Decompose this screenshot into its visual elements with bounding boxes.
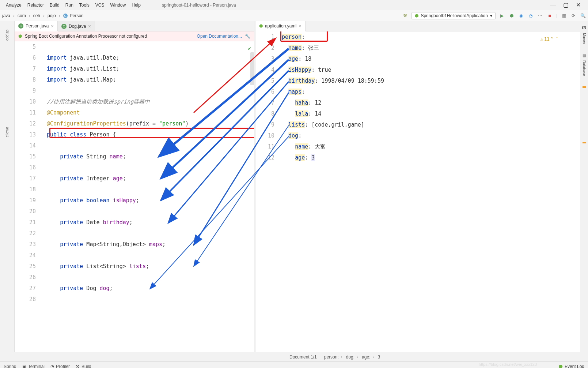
close-icon[interactable]: × [88,23,91,29]
tab-yaml[interactable]: ⬢ application.yaml × [255,21,306,31]
menu-bar: Analyze Refactor Build Run Tools VCS Win… [0,0,588,10]
profiler-tool[interactable]: ◔Profiler [50,364,70,368]
navigation-bar: java com ceh pojo C Person ⚒ ⬢ Springboo… [0,10,588,21]
debug-icon[interactable]: ⬢ [509,13,515,19]
status-dot-icon [559,365,562,368]
config-banner: ⬢ Spring Boot Configuration Annotation P… [15,31,254,41]
menu-run[interactable]: Run [62,1,76,9]
breadcrumb-class[interactable]: Person [70,13,84,18]
tab-dog[interactable]: C Dog.java × [58,21,95,31]
terminal-icon: ▣ [22,364,26,368]
tab-label: Person.java [26,23,49,29]
crumb[interactable]: dog: [346,354,360,360]
terminal-tool[interactable]: ▣Terminal [22,364,45,368]
crumb[interactable]: 3 [378,354,380,360]
event-log-label: Event Log [565,364,584,368]
profiler-icon: ◔ [50,364,54,368]
profile-icon[interactable]: ◔ [528,13,534,19]
menu-vcs[interactable]: VCS [92,1,107,9]
breadcrumb-part[interactable]: pojo [48,13,56,18]
java-code-area[interactable]: ✔ 56789101112131415161718192021222324252… [15,41,254,352]
status-breadcrumb: Document 1/1 person: dog: age: 3 [0,352,588,361]
chevron-down-icon: ▾ [490,13,492,18]
menu-tools[interactable]: Tools [76,1,92,9]
run-config-selector[interactable]: ⬢ Springboot01HellowordApplication ▾ [411,12,495,19]
left-tool-strip: — ode\sp ellowo [0,21,15,352]
right-tool-strip: m Maven ▤ Database [580,21,588,352]
open-docs-link[interactable]: Open Documentation... [197,34,242,39]
menu-window[interactable]: Window [107,1,129,9]
class-file-icon: C [18,23,23,29]
right-editor: ⬢ application.yaml × ⚠ 11 ^ ˅ 1234567891… [255,21,580,352]
window-controls: — ▢ ✕ [550,1,585,8]
tabs-right: ⬢ application.yaml × [255,21,580,31]
spring-icon: ⬢ [18,34,22,39]
class-icon: C [63,14,68,18]
tab-label: application.yaml [265,23,296,29]
tabs-left: C Person.java × C Dog.java × [15,21,254,31]
crumb[interactable]: age: [362,354,376,360]
git-icon[interactable]: ▦ [561,13,567,19]
yaml-code-area[interactable]: ⚠ 11 ^ ˅ 123456789101112 person: name: 张… [255,31,580,352]
watermark: https://blog.csdn.net/wei_xxx123 [479,362,537,367]
close-icon[interactable]: ✕ [576,1,581,8]
menu-build[interactable]: Build [47,1,62,9]
tab-label: Dog.java [69,24,86,29]
breadcrumb-part[interactable]: ceh [33,13,40,18]
spring-icon: ⬢ [415,13,418,18]
toolbar-right: ⚒ ⬢ Springboot01HellowordApplication ▾ ▶… [402,12,586,19]
project-indicator: ode\sp [5,30,9,41]
spring-icon: ⬢ [259,23,263,29]
menu-analyze[interactable]: Analyze [3,1,24,9]
marker [583,86,586,88]
breadcrumb-part[interactable]: com [18,13,26,18]
tab-person[interactable]: C Person.java × [15,21,58,31]
hello-indicator: ellowo [5,127,9,137]
update-icon[interactable]: ⟳ [570,13,576,19]
window-title: springboot-01-helloword - Person.java [162,3,236,8]
wrench-icon[interactable]: 🔧 [245,34,250,39]
coverage-icon[interactable]: ◉ [518,13,524,19]
marker [583,142,586,143]
menu-refactor[interactable]: Refactor [24,1,47,9]
close-icon[interactable]: × [51,23,54,29]
event-log[interactable]: Event Log [559,364,584,368]
database-label[interactable]: Database [582,60,586,76]
crumb[interactable]: person: [324,354,345,360]
class-file-icon: C [61,24,67,29]
doc-position: Document 1/1 [289,354,317,360]
hammer-icon: ⚒ [76,364,80,368]
menu-help[interactable]: Help [129,1,144,9]
run-config-label: Springboot01HellowordApplication [421,13,488,18]
stop-icon[interactable]: ■ [547,13,553,19]
attach-icon[interactable]: ⋯ [537,13,543,19]
spring-tool[interactable]: Spring [4,364,16,368]
minimize-icon[interactable]: — [550,1,556,8]
breadcrumb-part[interactable]: java [2,13,10,18]
search-icon[interactable]: 🔍 [580,13,586,19]
build-tool[interactable]: ⚒Build [76,364,91,368]
maven-icon[interactable]: m [582,24,586,30]
breadcrumb[interactable]: java com ceh pojo C Person [2,13,84,18]
run-icon[interactable]: ▶ [499,13,505,19]
banner-text: Spring Boot Configuration Annotation Pro… [25,34,147,39]
left-editor: C Person.java × C Dog.java × ⬢ Spring Bo… [15,21,254,352]
bottom-tool-bar: Spring ▣Terminal ◔Profiler ⚒Build https:… [0,361,588,368]
close-icon[interactable]: × [299,23,301,29]
maven-label[interactable]: Maven [582,33,586,44]
database-icon[interactable]: ▤ [583,53,586,57]
maximize-icon[interactable]: ▢ [563,1,569,8]
hammer-icon[interactable]: ⚒ [402,13,408,19]
collapse-icon[interactable]: — [5,23,9,27]
